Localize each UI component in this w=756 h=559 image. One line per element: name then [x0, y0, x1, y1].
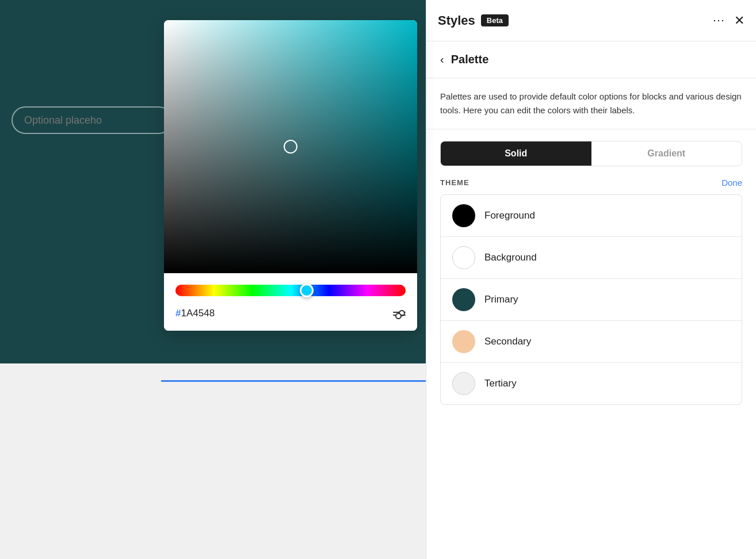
- color-item-background[interactable]: Background: [441, 237, 742, 279]
- palette-description: Palettes are used to provide default col…: [426, 78, 756, 129]
- panel-title: Styles: [438, 13, 475, 28]
- canvas-area: #1A4548: [0, 0, 426, 559]
- panel-actions: ⋮ ✕: [713, 14, 744, 28]
- canvas-bottom: [0, 363, 426, 559]
- theme-header: THEME Done: [440, 178, 742, 187]
- hue-slider-handle[interactable]: [300, 284, 314, 297]
- gradient-toggle-button[interactable]: Gradient: [591, 141, 742, 166]
- foreground-label: Foreground: [484, 210, 535, 221]
- panel-title-row: Styles Beta: [438, 13, 509, 28]
- secondary-swatch: [452, 330, 475, 353]
- tertiary-swatch: [452, 372, 475, 395]
- background-label: Background: [484, 252, 537, 263]
- hex-digits: 1A4548: [181, 308, 215, 319]
- foreground-swatch: [452, 204, 475, 227]
- color-picker-controls: #1A4548: [164, 273, 417, 331]
- color-item-foreground[interactable]: Foreground: [441, 195, 742, 237]
- canvas-placeholder-input[interactable]: [12, 106, 173, 134]
- solid-gradient-toggle[interactable]: Solid Gradient: [440, 141, 742, 166]
- panel-header: Styles Beta ⋮ ✕: [426, 0, 756, 41]
- back-arrow-icon[interactable]: ‹: [440, 53, 444, 66]
- close-icon[interactable]: ✕: [734, 14, 744, 27]
- sub-header: ‹ Palette: [426, 41, 756, 78]
- color-hex-row: #1A4548: [175, 308, 406, 319]
- theme-label: THEME: [440, 178, 469, 187]
- color-item-secondary[interactable]: Secondary: [441, 321, 742, 363]
- palette-sub-title: Palette: [451, 53, 489, 66]
- color-list: Foreground Background Primary Secondary …: [440, 194, 742, 405]
- tertiary-label: Tertiary: [484, 378, 517, 389]
- theme-section: THEME Done Foreground Background Primary…: [426, 178, 756, 559]
- sliders-adjust-icon[interactable]: [393, 312, 406, 316]
- color-picker-handle[interactable]: [284, 140, 297, 154]
- done-button[interactable]: Done: [721, 178, 742, 187]
- blue-accent-line: [161, 380, 426, 382]
- color-item-primary[interactable]: Primary: [441, 279, 742, 321]
- more-options-icon[interactable]: ⋮: [712, 14, 726, 26]
- color-picker-popup[interactable]: #1A4548: [164, 20, 417, 331]
- primary-swatch: [452, 288, 475, 311]
- background-swatch: [452, 246, 475, 269]
- color-gradient-canvas[interactable]: [164, 20, 417, 273]
- beta-badge: Beta: [481, 14, 509, 26]
- color-hex-value: #1A4548: [175, 308, 215, 319]
- primary-label: Primary: [484, 294, 518, 305]
- color-item-tertiary[interactable]: Tertiary: [441, 363, 742, 404]
- styles-panel: Styles Beta ⋮ ✕ ‹ Palette Palettes are u…: [426, 0, 756, 559]
- secondary-label: Secondary: [484, 336, 531, 347]
- solid-toggle-button[interactable]: Solid: [441, 141, 591, 166]
- hue-slider[interactable]: [175, 285, 406, 296]
